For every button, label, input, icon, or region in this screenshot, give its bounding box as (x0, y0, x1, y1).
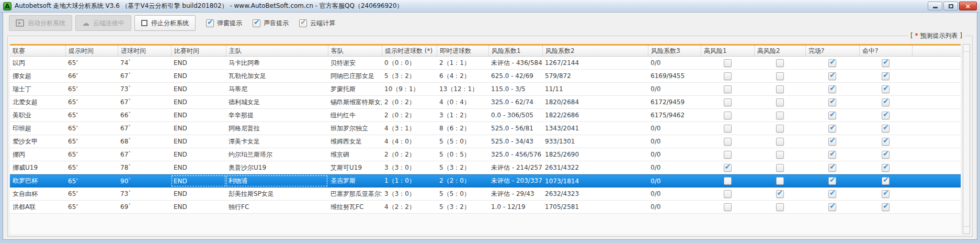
cell-high-risk2 (754, 109, 805, 121)
cell-risk2: 1343/2041 (542, 122, 648, 135)
column-header-goal-time[interactable]: 进球时间 (118, 46, 171, 56)
cell-tip-time: 65’ (65, 83, 118, 95)
column-header-goals-at-tip[interactable]: 提示时进球数 (*) (382, 46, 437, 56)
finished-checkbox[interactable] (828, 98, 836, 106)
hit-checkbox[interactable] (882, 138, 890, 146)
column-header-high-risk2[interactable]: 高风险2 (754, 46, 805, 56)
high-risk1-checkbox[interactable] (724, 151, 732, 159)
cell-tip-time: 65’ (65, 175, 118, 187)
hit-checkbox[interactable] (882, 164, 890, 172)
high-risk1-checkbox[interactable] (724, 98, 732, 106)
toolbar-checkbox-1[interactable]: 声音提示 (253, 19, 289, 28)
hit-checkbox[interactable] (882, 72, 890, 80)
column-header-risk1[interactable]: 风险系数1 (488, 46, 542, 56)
cell-high-risk1 (701, 57, 754, 69)
hit-checkbox[interactable] (882, 125, 890, 132)
cell-home-team: 奥普沙尔U19 (226, 161, 328, 174)
cell-hit (859, 187, 912, 200)
high-risk2-checkbox[interactable] (776, 138, 784, 146)
cell-league: 印班超 (10, 122, 65, 135)
table-row[interactable]: 女自由杯65’73`END彭美拉斯SP女足巴塞罗那瓜亚基尔女足3（3：0）5（5… (10, 187, 961, 201)
table-row[interactable]: 欧罗巴杯65’90`END利物浦圣吉罗斯1（1：0）2（2：0）未评估 - 20… (10, 174, 961, 187)
table-row[interactable]: 美职业65’66`END辛辛那提纽约红牛2（0：2）3（1：2）0.0 - 30… (10, 109, 961, 122)
close-button[interactable]: × (959, 2, 977, 10)
finished-checkbox[interactable] (828, 177, 836, 185)
high-risk1-checkbox[interactable] (724, 85, 732, 93)
column-header-high-risk1[interactable]: 高风险1 (701, 46, 754, 56)
high-risk2-checkbox[interactable] (776, 203, 784, 211)
finished-checkbox[interactable] (828, 138, 836, 146)
toolbar-button-0[interactable]: 启动分析系统 (9, 15, 72, 31)
cell-finished (805, 148, 859, 161)
hit-checkbox[interactable] (882, 190, 890, 198)
high-risk2-checkbox[interactable] (776, 98, 784, 106)
maximize-button[interactable] (943, 2, 958, 10)
high-risk2-checkbox[interactable] (776, 85, 784, 93)
high-risk2-checkbox[interactable] (776, 72, 784, 80)
toolbar-button-2[interactable]: 停止分析系统 (134, 15, 196, 31)
toolbar-checkbox-0[interactable]: 弹窗提示 (206, 19, 242, 28)
high-risk2-checkbox[interactable] (776, 125, 784, 132)
finished-checkbox[interactable] (828, 190, 836, 198)
table-row[interactable]: 北爱女超65’67`END德利城女足锡昂斯维富特斯女足2（0：2）4（0：4）3… (10, 96, 961, 109)
table-row[interactable]: 挪威U1965’78`END奥普沙尔U19艾斯可U193（3：0）5（3：2）未… (10, 161, 961, 174)
table-row[interactable]: 瑞士丁65’73`END马蒂尼罗蒙托斯10（9：1）13（12：1）115.0 … (10, 83, 961, 96)
column-header-goals-now[interactable]: 即时进球数 (437, 46, 488, 56)
high-risk1-checkbox[interactable] (724, 125, 732, 132)
hit-checkbox[interactable] (882, 98, 890, 106)
finished-checkbox[interactable] (828, 164, 836, 172)
finished-checkbox[interactable] (828, 203, 836, 211)
high-risk1-checkbox[interactable] (724, 177, 732, 185)
hit-checkbox[interactable] (882, 177, 890, 185)
high-risk2-checkbox[interactable] (776, 177, 784, 185)
hit-checkbox[interactable] (882, 85, 890, 93)
high-risk2-checkbox[interactable] (776, 112, 784, 119)
hit-checkbox[interactable] (882, 59, 890, 67)
column-header-home-team[interactable]: 主队 (226, 46, 328, 56)
column-header-hit[interactable]: 命中? (859, 46, 912, 56)
column-header-risk2[interactable]: 风险系数2 (542, 46, 648, 56)
high-risk2-checkbox[interactable] (776, 59, 784, 67)
minimize-button[interactable] (928, 2, 942, 10)
high-risk2-checkbox[interactable] (776, 151, 784, 159)
high-risk1-checkbox[interactable] (724, 72, 732, 80)
table-row[interactable]: 印班超65’67`END阿格尼普拉班加罗尔独立4（3：1）8（6：2）525.0… (10, 122, 961, 135)
hit-checkbox[interactable] (882, 203, 890, 211)
column-header-risk3[interactable]: 风险系数3 (648, 46, 701, 56)
finished-checkbox[interactable] (828, 151, 836, 159)
table-row[interactable]: 爱沙女甲65’68`END潭美卡女足维姆西女足4（4：0）5（5：0）525.0… (10, 135, 961, 148)
column-header-away-team[interactable]: 客队 (328, 46, 382, 56)
high-risk1-checkbox[interactable] (724, 112, 732, 119)
cell-tip-time: 65’ (65, 161, 118, 174)
finished-checkbox[interactable] (828, 112, 836, 119)
table-row[interactable]: 挪女超66’67`END瓦勒伦加女足阿纳巴庄那女足5（3：2）6（4：2）625… (10, 70, 961, 83)
finished-checkbox[interactable] (828, 125, 836, 132)
finished-checkbox[interactable] (828, 59, 836, 67)
table-row[interactable]: 以丙65’74`END马卡比阿希贝特谢安0（0：0）2（1：1）未评估 - 43… (10, 57, 961, 70)
hit-checkbox[interactable] (882, 112, 890, 119)
table-row[interactable]: 洪都A联65’69`END独行FC维拉努瓦FC4（2：2）5（3：2）1.0 -… (10, 201, 961, 214)
toolbar-button-1[interactable]: ☁云端连接中 (75, 15, 131, 31)
column-header-match-time[interactable]: 比赛时间 (171, 46, 226, 56)
toolbar-checkbox-2[interactable]: 云端计算 (299, 19, 335, 28)
table-vertical-scrollbar[interactable] (963, 44, 970, 234)
cell-high-risk2 (754, 70, 805, 82)
finished-checkbox[interactable] (828, 72, 836, 80)
cell-goal-time: 73` (118, 83, 171, 95)
cell-league: 北爱女超 (10, 96, 65, 108)
column-header-league[interactable]: 联赛 (10, 46, 65, 56)
high-risk1-checkbox[interactable] (724, 59, 732, 67)
high-risk1-checkbox[interactable] (724, 203, 732, 211)
hit-checkbox[interactable] (882, 151, 890, 159)
high-risk1-checkbox[interactable] (724, 164, 732, 172)
finished-checkbox[interactable] (828, 85, 836, 93)
high-risk2-checkbox[interactable] (776, 190, 784, 198)
cell-home-team: 阿格尼普拉 (226, 122, 328, 135)
high-risk1-checkbox[interactable] (724, 190, 732, 198)
high-risk2-checkbox[interactable] (776, 164, 784, 172)
column-header-finished[interactable]: 完场? (805, 46, 859, 56)
cell-tip-time: 65’ (65, 148, 118, 161)
high-risk1-checkbox[interactable] (724, 138, 732, 146)
column-header-tip-time[interactable]: 提示时间 (65, 46, 118, 56)
table-row[interactable]: 挪丙65’67`END约尔珀兰斯塔尔维京砽2（0：2）5（0：5）325.0 -… (10, 148, 961, 161)
